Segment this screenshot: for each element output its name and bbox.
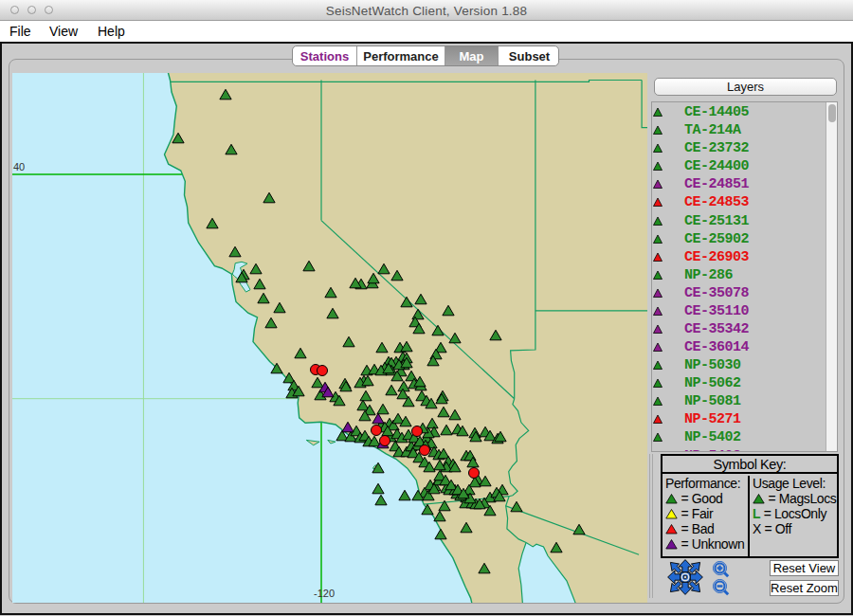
svg-text:-120: -120 <box>314 588 335 599</box>
svg-text:40: 40 <box>13 161 25 172</box>
